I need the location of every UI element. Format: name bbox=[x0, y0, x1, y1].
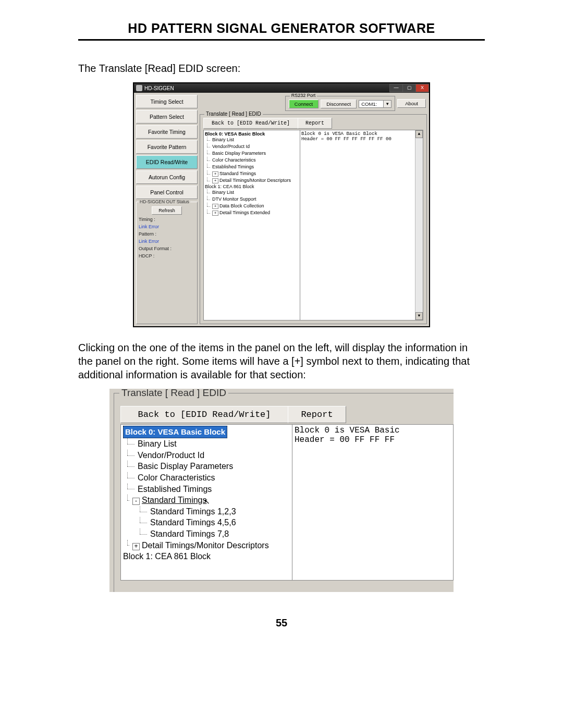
expand-icon[interactable]: + bbox=[212, 211, 218, 216]
connect-button[interactable]: Connect bbox=[289, 100, 319, 108]
scroll-up-icon[interactable]: ▲ bbox=[415, 130, 423, 138]
tree-item[interactable]: DTV Monitor Support bbox=[205, 196, 299, 203]
rs232-title: RS232 Port bbox=[290, 93, 317, 98]
tree-item-expandable[interactable]: +Detail Timings Extended bbox=[205, 209, 299, 216]
edid-tree-panel[interactable]: Block 0: VESA Basic Block Binary List Ve… bbox=[120, 424, 292, 581]
back-to-edid-button[interactable]: Back to [EDID Read/Write] bbox=[120, 406, 288, 423]
window-minimize-button[interactable]: — bbox=[389, 84, 403, 92]
sidebar-item-favorite-timing[interactable]: Favorite Timing bbox=[136, 125, 198, 139]
status-output-format-label: Output Format : bbox=[139, 246, 195, 251]
expand-icon[interactable]: + bbox=[212, 171, 218, 177]
rs232-group: RS232 Port Connect Disconnect COM1: ▼ bbox=[285, 96, 395, 111]
intro-text: The Translate [Read] EDID screen: bbox=[78, 61, 485, 75]
window-close-button[interactable]: X bbox=[415, 84, 429, 92]
tree-item-expandable[interactable]: +Data Block Collection bbox=[205, 203, 299, 209]
page-title: HD PATTERN SIGNAL GENERATOR SOFTWARE bbox=[78, 21, 485, 41]
sidebar-item-favorite-pattern[interactable]: Favorite Pattern bbox=[136, 140, 198, 154]
tree-item[interactable]: Established Timings bbox=[123, 484, 290, 495]
main-area: RS232 Port Connect Disconnect COM1: ▼ Ab… bbox=[200, 95, 427, 324]
scroll-down-icon[interactable]: ▼ bbox=[415, 312, 423, 320]
tree-item[interactable]: Vendor/Product Id bbox=[123, 450, 290, 461]
status-timing-label: Timing : bbox=[139, 217, 195, 222]
app-icon bbox=[136, 85, 142, 91]
tree-item-expandable[interactable]: +Standard Timings bbox=[205, 170, 299, 177]
window-title: HD-SIGGEN bbox=[144, 85, 174, 91]
tree-block0-selected[interactable]: Block 0: VESA Basic Block bbox=[123, 426, 227, 438]
sidebar-item-timing-select[interactable]: Timing Select bbox=[136, 95, 198, 108]
status-pattern-label: Pattern : bbox=[139, 231, 195, 237]
refresh-button[interactable]: Refresh bbox=[152, 206, 182, 215]
tree-item[interactable]: Established Timings bbox=[205, 164, 299, 170]
tree-item-expandable[interactable]: +Detail Timings/Monitor Descriptors bbox=[205, 177, 299, 184]
sidebar: Timing Select Pattern Select Favorite Ti… bbox=[136, 95, 198, 324]
info-line: Header = 00 FF FF FF FF FF FF 00 bbox=[301, 137, 422, 142]
sidebar-item-edid-read-write[interactable]: EDID Read/Write bbox=[136, 155, 198, 169]
tree-item[interactable]: Binary List bbox=[205, 189, 299, 196]
expand-icon[interactable]: + bbox=[212, 178, 218, 183]
out-status-title: HD-SIGGEN OUT Status bbox=[139, 199, 190, 204]
tree-block0[interactable]: Block 0: VESA Basic Block bbox=[205, 131, 299, 137]
report-button[interactable]: Report bbox=[298, 118, 332, 129]
translate-edid-zoom: Translate [ Read ] EDID Back to [EDID Re… bbox=[109, 389, 454, 592]
sidebar-item-pattern-select[interactable]: Pattern Select bbox=[136, 110, 198, 124]
disconnect-button[interactable]: Disconnect bbox=[321, 100, 357, 108]
page-number: 55 bbox=[0, 617, 563, 629]
sidebar-item-panel-control[interactable]: Panel Control bbox=[136, 186, 198, 199]
collapse-icon[interactable]: - bbox=[132, 498, 140, 505]
back-to-edid-button[interactable]: Back to [EDID Read/Write] bbox=[203, 118, 298, 129]
info-line: Block 0 is VESA Basic bbox=[295, 426, 451, 435]
com-port-select[interactable]: COM1: ▼ bbox=[359, 100, 391, 108]
tree-item[interactable]: Color Characteristics bbox=[123, 472, 290, 484]
edid-info-panel[interactable]: Block 0 is VESA Basic Block Header = 00 … bbox=[300, 130, 423, 320]
chevron-down-icon[interactable]: ▼ bbox=[384, 100, 391, 108]
expand-icon[interactable]: + bbox=[132, 543, 140, 550]
status-hdcp-label: HDCP : bbox=[139, 253, 195, 258]
translate-edid-title: Translate [ Read ] EDID bbox=[204, 111, 263, 117]
window-titlebar[interactable]: HD-SIGGEN — ▢ X bbox=[134, 83, 429, 93]
sidebar-item-autorun-config[interactable]: Autorun Config bbox=[136, 170, 198, 184]
tree-item[interactable]: Color Characteristics bbox=[205, 157, 299, 164]
app-window: HD-SIGGEN — ▢ X Timing Select Pattern Se… bbox=[133, 82, 430, 327]
cursor-icon: ↖ bbox=[204, 497, 210, 507]
translate-edid-title: Translate [ Read ] EDID bbox=[119, 389, 228, 399]
expand-icon[interactable]: + bbox=[212, 204, 218, 209]
tree-block1[interactable]: Block 1: CEA 861 Block bbox=[205, 184, 299, 189]
tree-item[interactable]: Vendor/Product Id bbox=[205, 143, 299, 150]
edid-info-panel[interactable]: Block 0 is VESA Basic Header = 00 FF FF … bbox=[292, 424, 454, 581]
tree-item[interactable]: Binary List bbox=[123, 438, 290, 450]
info-line: Block 0 is VESA Basic Block bbox=[301, 131, 422, 137]
tree-item[interactable]: Standard Timings 4,5,6 bbox=[123, 517, 290, 528]
info-line: Header = 00 FF FF FF bbox=[295, 435, 451, 445]
tree-item[interactable]: Basic Display Parameters bbox=[205, 150, 299, 157]
translate-edid-group: Translate [ Read ] EDID Back to [EDID Re… bbox=[200, 114, 427, 324]
body-paragraph: Clicking on the one of the items in the … bbox=[78, 341, 485, 381]
tree-item[interactable]: Standard Timings 1,2,3 bbox=[123, 506, 290, 517]
tree-item[interactable]: Binary List bbox=[205, 137, 299, 143]
vertical-scrollbar[interactable]: ▲ ▼ bbox=[415, 130, 423, 320]
tree-item-standard-timings[interactable]: -Standard Timings↖ bbox=[123, 495, 290, 506]
about-button[interactable]: About bbox=[397, 99, 426, 108]
tree-item-detail-timings[interactable]: +Detail Timings/Monitor Descriptors bbox=[123, 540, 290, 551]
out-status-group: HD-SIGGEN OUT Status Refresh Timing : Li… bbox=[136, 202, 198, 324]
tree-item[interactable]: Standard Timings 7,8 bbox=[123, 528, 290, 540]
status-timing-value: Link Error bbox=[139, 224, 195, 229]
window-maximize-button[interactable]: ▢ bbox=[402, 84, 416, 92]
tree-block1[interactable]: Block 1: CEA 861 Block bbox=[123, 551, 290, 562]
edid-tree-panel[interactable]: Block 0: VESA Basic Block Binary List Ve… bbox=[203, 130, 300, 320]
report-button[interactable]: Report bbox=[288, 406, 346, 423]
tree-item[interactable]: Basic Display Parameters bbox=[123, 461, 290, 472]
com-port-value: COM1: bbox=[359, 100, 384, 108]
status-pattern-value: Link Error bbox=[139, 239, 195, 244]
